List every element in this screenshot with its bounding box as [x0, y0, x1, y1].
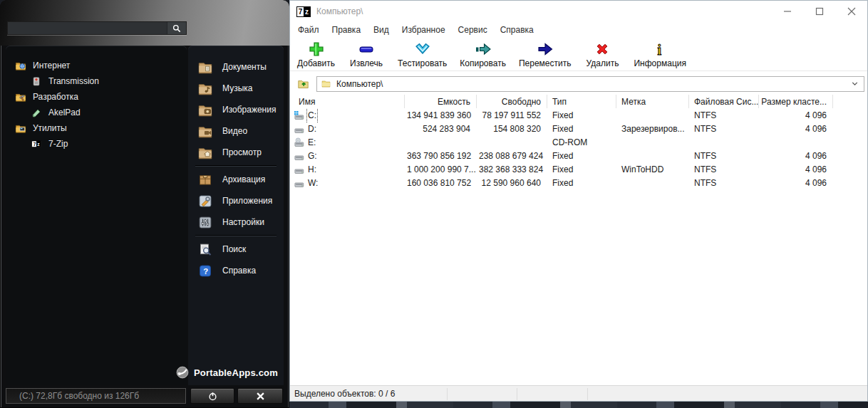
- cell-capacity: 524 283 904: [404, 122, 476, 136]
- portableapps-menu-window: ИнтернетTransmissionРазработкаAkelPadУти…: [0, 0, 289, 408]
- search-icon: [172, 23, 182, 33]
- close-icon: [255, 391, 266, 402]
- folder-music-icon: [197, 81, 214, 96]
- folder-video-icon: [197, 124, 214, 139]
- menu-правка[interactable]: Правка: [326, 22, 368, 38]
- toolbar-копировать-button[interactable]: Копировать: [460, 41, 506, 68]
- pa-item-label: Видео: [222, 126, 247, 136]
- folder-dev-icon: [14, 91, 27, 103]
- pa-item-справка[interactable]: ?Справка: [188, 260, 284, 281]
- menu-сервис[interactable]: Сервис: [452, 22, 494, 38]
- menu-файл[interactable]: Файл: [291, 22, 326, 38]
- drive-name-cell[interactable]: G:: [290, 150, 404, 163]
- pa-close-button[interactable]: [237, 388, 283, 404]
- drive-name-cell[interactable]: H:: [290, 163, 404, 177]
- svg-text:?: ?: [203, 266, 208, 275]
- pa-item-приложения[interactable]: Приложения: [188, 190, 284, 211]
- column-header-6[interactable]: Размер класте...: [758, 94, 832, 109]
- column-header-4[interactable]: Метка: [616, 94, 688, 109]
- pa-item-музыка[interactable]: Музыка: [188, 78, 284, 99]
- cell-cluster: 4 096: [758, 150, 832, 163]
- column-header-0[interactable]: Имя: [290, 94, 404, 109]
- pa-item-изображения[interactable]: Изображения: [188, 99, 284, 120]
- window-title: Компьютер\: [316, 6, 363, 16]
- sevenzip-window: 7z Компьютер\ ФайлПравкаВидИзбранноеСерв…: [289, 0, 868, 402]
- pa-item-видео[interactable]: Видео: [188, 120, 284, 142]
- pa-item-transmission[interactable]: Transmission: [6, 73, 187, 89]
- column-header-1[interactable]: Емкость: [404, 94, 476, 109]
- address-combo[interactable]: Компьютер\: [316, 76, 864, 92]
- toolbar-button-label: Удалить: [587, 58, 619, 68]
- portableapps-logo: PortableApps.com: [175, 365, 278, 380]
- pa-item-просмотр[interactable]: Просмотр: [188, 142, 284, 163]
- drive-row-w[interactable]: W:160 036 810 75212 590 960 640FixedNTFS…: [290, 177, 867, 190]
- pa-bottom-bar: (C:) 72,8Гб свободно из 126Гб: [0, 387, 289, 406]
- folder-pictures-icon: [197, 103, 214, 117]
- pa-item-интернет[interactable]: Интернет: [6, 58, 187, 73]
- statusbar-divider: [517, 388, 517, 400]
- svg-text:7: 7: [33, 142, 36, 147]
- toolbar-button-label: Тестировать: [398, 58, 447, 68]
- pa-item-поиск[interactable]: Поиск: [188, 239, 284, 260]
- test-check-icon: [413, 41, 432, 58]
- pa-item-утилиты[interactable]: Утилиты: [6, 120, 187, 136]
- drive-row-c[interactable]: C:134 941 839 36078 197 911 552FixedNTFS…: [290, 109, 867, 122]
- power-icon: [207, 391, 218, 402]
- search-button[interactable]: [167, 22, 186, 34]
- menu-справка[interactable]: Справка: [494, 22, 540, 38]
- close-button[interactable]: [835, 1, 867, 22]
- pa-item-label: Поиск: [222, 244, 246, 254]
- drive-row-e[interactable]: E:CD-ROM: [290, 136, 867, 150]
- column-header-5[interactable]: Файловая Сис...: [688, 94, 758, 109]
- pa-drive-space-status: (C:) 72,8Гб свободно из 126Гб: [6, 388, 186, 404]
- pa-item-разработка[interactable]: Разработка: [6, 89, 187, 105]
- pa-item-7-zip[interactable]: 7z7-Zip: [6, 136, 187, 152]
- toolbar-тестировать-button[interactable]: Тестировать: [398, 41, 447, 68]
- up-one-level-button[interactable]: [294, 76, 312, 92]
- minimize-button[interactable]: [771, 1, 803, 22]
- column-separator[interactable]: [832, 95, 833, 108]
- help-question-icon: ?: [197, 263, 214, 278]
- drive-row-g[interactable]: G:363 790 856 192238 088 679 424FixedNTF…: [290, 150, 867, 163]
- toolbar-добавить-button[interactable]: Добавить: [297, 41, 335, 68]
- toolbar-извлечь-button[interactable]: Извлечь: [348, 41, 385, 68]
- folder-documents-icon: [197, 60, 214, 75]
- cell-capacity: [404, 136, 476, 150]
- akelpad-icon: [30, 107, 43, 118]
- cell-free: 154 808 320: [476, 122, 547, 136]
- svg-text:i: i: [658, 42, 662, 58]
- search-doc-icon: [197, 242, 214, 257]
- pa-divider: [195, 235, 277, 236]
- drive-name: E:: [308, 136, 316, 150]
- pa-item-label: Архивация: [222, 174, 265, 184]
- toolbar-button-label: Копировать: [460, 58, 506, 68]
- column-header-3[interactable]: Тип: [547, 94, 616, 109]
- pa-item-label: Изображения: [222, 105, 276, 115]
- pa-item-архивация[interactable]: Архивация: [188, 169, 284, 190]
- toolbar-переместить-button[interactable]: Переместить: [519, 41, 572, 68]
- chevron-down-icon[interactable]: [850, 79, 859, 88]
- pa-search-input[interactable]: [8, 22, 167, 34]
- menu-избранное[interactable]: Избранное: [396, 22, 452, 38]
- menu-вид[interactable]: Вид: [367, 22, 396, 38]
- move-arrow-icon: [536, 41, 554, 58]
- drive-name-cell[interactable]: E:: [290, 136, 404, 150]
- column-header-2[interactable]: Свободно: [476, 94, 547, 109]
- zip-table-rows: C:134 941 839 36078 197 911 552FixedNTFS…: [290, 109, 867, 190]
- drive-row-h[interactable]: H:1 000 200 990 7...382 368 333 824Fixed…: [290, 163, 867, 177]
- cell-type: Fixed: [547, 122, 616, 136]
- pa-item-akelpad[interactable]: AkelPad: [6, 105, 187, 120]
- folder-utils-icon: [14, 122, 27, 134]
- cell-cluster: 4 096: [758, 109, 832, 122]
- toolbar-информация-button[interactable]: iИнформация: [634, 41, 686, 68]
- address-path: Компьютер\: [336, 79, 845, 89]
- pa-power-button[interactable]: [190, 388, 234, 404]
- drive-name-cell[interactable]: W:: [290, 177, 404, 190]
- drive-name-cell[interactable]: D:: [290, 122, 404, 136]
- toolbar-удалить-button[interactable]: Удалить: [584, 41, 621, 68]
- pa-item-настройки[interactable]: Настройки: [188, 211, 284, 233]
- drive-name-cell[interactable]: C:: [290, 109, 404, 122]
- maximize-button[interactable]: [803, 1, 835, 22]
- pa-item-документы[interactable]: Документы: [188, 56, 284, 78]
- drive-row-d[interactable]: D:524 283 904154 808 320FixedЗарезервиро…: [290, 122, 867, 136]
